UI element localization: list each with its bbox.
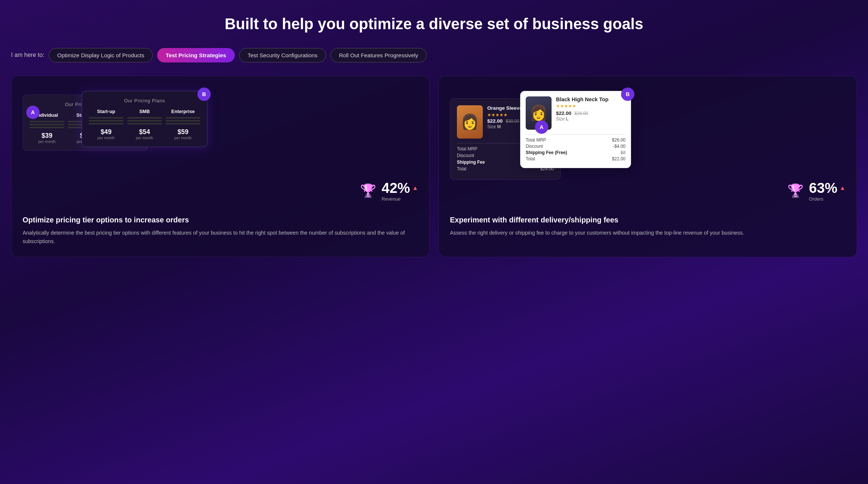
product-a-image: 👩 <box>457 105 483 139</box>
product-b-mrp-row: Total MRP $26.00 <box>526 137 625 143</box>
pricing-fg-card: B Our Pricing Plans Start-up $49 per mon… <box>82 91 207 147</box>
product-b-mrp: $26.00 <box>612 137 625 143</box>
fg-plan-price-startup: $49 <box>89 128 123 136</box>
pricing-card-desc: Analytically determine the best pricing … <box>23 229 418 246</box>
fg-plan-name-smb: SMB <box>127 109 162 114</box>
product-a-price: $22.00 <box>487 118 503 124</box>
plan-line <box>89 120 123 122</box>
product-b-discount-row: Discount -$4.00 <box>526 144 625 149</box>
tab-rollout[interactable]: Roll Out Features Progressively <box>330 48 427 62</box>
shipping-metric-label: Orders <box>809 196 845 202</box>
pricing-metric: 🏆 42% ▲ Revenue <box>360 180 418 202</box>
product-b-price: $22.00 <box>556 110 572 116</box>
pricing-card: A Our Pricing Plans Individual $39 per m… <box>11 76 430 257</box>
plan-line <box>127 120 162 122</box>
plan-line <box>127 117 162 119</box>
shipping-visual: A 👩 Orange Sleeveless Top ★★★★★ $22.00 $… <box>450 87 845 205</box>
product-b-divider <box>526 134 625 134</box>
product-b-old-price: $26.00 <box>574 111 588 116</box>
badge-b-pricing: B <box>197 88 211 101</box>
product-b-total-row: Total $22.00 <box>526 156 625 161</box>
plan-line <box>89 123 123 125</box>
fg-plan-name-enterprise: Enterprise <box>166 109 200 114</box>
metric-value-group: 42% ▲ Revenue <box>382 180 418 202</box>
fg-plan-per-smb: per month <box>127 136 162 140</box>
shipping-card-heading: Experiment with different delivery/shipp… <box>450 216 845 224</box>
plan-line <box>166 117 200 119</box>
shipping-metric-value-group: 63% ▲ Orders <box>809 180 845 202</box>
shipping-card-desc: Assess the right delivery or shipping fe… <box>450 229 845 237</box>
fg-plan-price-smb: $54 <box>127 128 162 136</box>
trophy-icon-shipping: 🏆 <box>787 183 804 198</box>
fg-plan-per-startup: per month <box>89 136 123 140</box>
fg-plan-cols: Start-up $49 per month SMB <box>89 109 200 140</box>
plan-line <box>30 124 64 125</box>
tab-pricing[interactable]: Test Pricing Strategies <box>157 48 234 62</box>
tab-security[interactable]: Test Security Configurations <box>239 48 326 62</box>
product-b-shipping-row: Shipping Fee (Free) $2 <box>526 150 625 155</box>
tab-row-label: I am here to: <box>11 52 44 58</box>
plan-line <box>89 117 123 119</box>
fg-plan-name-startup: Start-up <box>89 109 123 114</box>
product-b-size: Size L <box>556 116 608 122</box>
bg-plan-per-individual: per month <box>30 140 64 144</box>
product-b-price-line: $22.00 $26.00 <box>556 110 608 116</box>
tab-optimize[interactable]: Optimize Display Logic of Products <box>49 48 153 62</box>
bg-plan-price-individual: $39 <box>30 132 64 140</box>
badge-a-pricing: A <box>26 106 40 119</box>
tab-row: I am here to: Optimize Display Logic of … <box>11 48 857 62</box>
product-b-total: $22.00 <box>612 156 625 161</box>
plan-line <box>30 121 64 122</box>
plan-line <box>30 127 64 128</box>
metric-arrow-up: ▲ <box>412 185 418 191</box>
badge-b-shipping: B <box>621 88 634 101</box>
fg-plan-per-enterprise: per month <box>166 136 200 140</box>
cards-row: A Our Pricing Plans Individual $39 per m… <box>11 76 857 257</box>
trophy-icon: 🏆 <box>360 183 376 198</box>
product-b-info: Black High Neck Top ★★★★★ $22.00 $26.00 … <box>556 96 608 125</box>
pricing-visual: A Our Pricing Plans Individual $39 per m… <box>23 87 418 205</box>
shipping-card: A 👩 Orange Sleeveless Top ★★★★★ $22.00 $… <box>438 76 857 257</box>
product-b-discount: -$4.00 <box>613 144 625 149</box>
pricing-metric-value: 42% <box>382 180 410 196</box>
fg-plan-price-enterprise: $59 <box>166 128 200 136</box>
product-a-old-price: $30.00 <box>506 119 519 124</box>
fg-plan-col-smb: SMB $54 per month <box>127 109 162 140</box>
product-b-name: Black High Neck Top <box>556 96 608 102</box>
plan-line <box>127 123 162 125</box>
shipping-metric-value: 63% <box>809 180 837 196</box>
product-b-stars: ★★★★★ <box>556 103 608 109</box>
plan-line <box>166 123 200 125</box>
fg-plan-col-enterprise: Enterprise $59 per month <box>166 109 200 140</box>
shipping-metric: 🏆 63% ▲ Orders <box>787 180 845 202</box>
pricing-metric-label: Revenue <box>382 196 418 202</box>
page-title: Built to help you optimize a diverse set… <box>11 15 857 33</box>
badge-a-shipping: A <box>535 120 548 134</box>
plan-line <box>166 120 200 122</box>
shipping-metric-arrow: ▲ <box>840 185 845 191</box>
pricing-card-heading: Optimize pricing tier options to increas… <box>23 216 418 224</box>
fg-plan-title: Our Pricing Plans <box>89 98 200 103</box>
fg-plan-col-startup: Start-up $49 per month <box>89 109 123 140</box>
product-b-shipping: $2 <box>621 150 625 155</box>
